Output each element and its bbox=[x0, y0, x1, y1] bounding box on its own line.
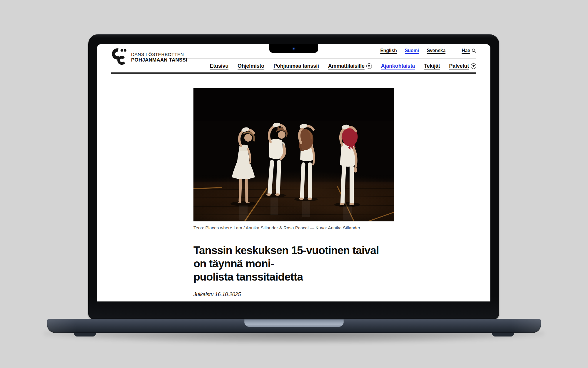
laptop-foot-left bbox=[74, 333, 96, 336]
image-caption: Teos: Places where I am / Annika Silland… bbox=[193, 225, 394, 230]
nav-item-palvelut[interactable]: Palvelut bbox=[449, 63, 476, 69]
nav-item-tekijat[interactable]: Tekijät bbox=[424, 63, 440, 69]
article: Teos: Places where I am / Annika Silland… bbox=[193, 88, 394, 301]
nav-label: Ammattilaisille bbox=[328, 63, 365, 69]
nav-label: Ohjelmisto bbox=[238, 63, 264, 69]
camera-notch bbox=[269, 44, 318, 53]
nav-item-etusivu[interactable]: Etusivu bbox=[210, 63, 228, 69]
chevron-down-circle-icon[interactable] bbox=[366, 63, 372, 69]
header-rule bbox=[111, 72, 476, 74]
article-title-line2: puolista tanssitaidetta bbox=[193, 270, 394, 284]
nav-label: Ajankohtaista bbox=[381, 63, 415, 69]
logo-text: DANS I ÖSTERBOTTEN POHJANMAAN TANSSI bbox=[131, 50, 187, 63]
language-link-svenska[interactable]: Svenska bbox=[427, 48, 446, 53]
nav-label: Pohjanmaa tanssii bbox=[273, 63, 319, 69]
laptop-base bbox=[47, 319, 541, 333]
hero-photo bbox=[193, 88, 394, 221]
search-link[interactable]: Hae bbox=[462, 48, 470, 53]
nav-item-ohjelmisto[interactable]: Ohjelmisto bbox=[238, 63, 264, 69]
language-bar: English Suomi Svenska Hae bbox=[380, 47, 476, 54]
laptop-shadow bbox=[44, 331, 544, 343]
laptop-mockup: English Suomi Svenska Hae bbox=[0, 0, 588, 368]
site-logo[interactable]: DANS I ÖSTERBOTTEN POHJANMAAN TANSSI bbox=[111, 48, 187, 65]
nav-item-pohjanmaa-tanssii[interactable]: Pohjanmaa tanssii bbox=[273, 63, 319, 69]
nav-item-ajankohtaista[interactable]: Ajankohtaista bbox=[381, 63, 415, 69]
screen: English Suomi Svenska Hae bbox=[97, 44, 490, 301]
language-link-english[interactable]: English bbox=[380, 48, 397, 53]
article-title-line1: Tanssin keskuksen 15-vuotinen taival on … bbox=[193, 244, 394, 270]
utility-divider bbox=[461, 45, 461, 58]
webpage: English Suomi Svenska Hae bbox=[97, 44, 490, 301]
nav-label: Etusivu bbox=[210, 63, 228, 69]
nav-item-ammattilaisille[interactable]: Ammattilaisille bbox=[328, 63, 372, 69]
laptop-screen-bezel: English Suomi Svenska Hae bbox=[88, 34, 499, 319]
main-nav: Etusivu Ohjelmisto Pohjanmaa tanssii Amm… bbox=[210, 62, 476, 70]
logo-line2: POHJANMAAN TANSSI bbox=[131, 57, 187, 63]
nav-label: Palvelut bbox=[449, 63, 469, 69]
nav-label: Tekijät bbox=[424, 63, 440, 69]
article-title: Tanssin keskuksen 15-vuotinen taival on … bbox=[193, 244, 394, 284]
published-date: Julkaistu 16.10.2025 bbox=[193, 291, 394, 298]
chevron-down-circle-icon[interactable] bbox=[471, 63, 476, 69]
laptop-foot-right bbox=[492, 333, 514, 336]
utility-underline bbox=[173, 58, 476, 59]
laptop-thumb-groove bbox=[244, 319, 344, 327]
logo-mark-icon bbox=[111, 48, 128, 65]
language-link-suomi[interactable]: Suomi bbox=[405, 48, 419, 53]
logo-line1: DANS I ÖSTERBOTTEN bbox=[131, 52, 187, 57]
search-link-wrap: Hae bbox=[462, 48, 476, 53]
camera-dot bbox=[293, 48, 295, 49]
search-icon[interactable] bbox=[472, 48, 476, 53]
